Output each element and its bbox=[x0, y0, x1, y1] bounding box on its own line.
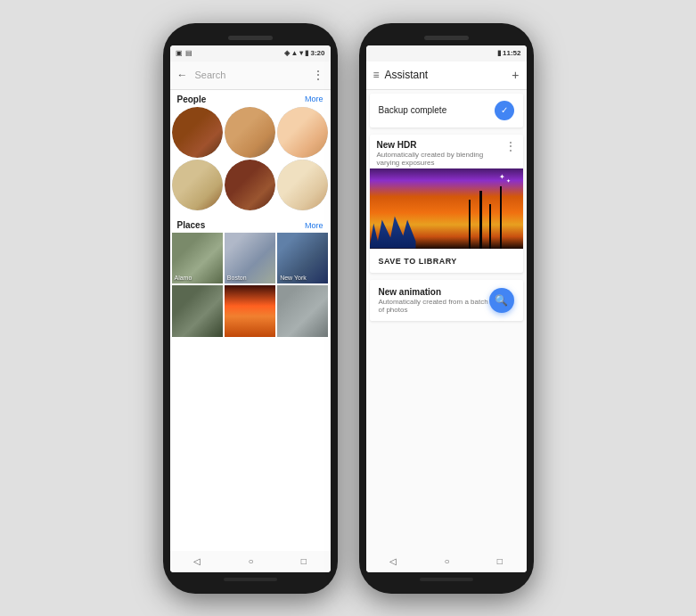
left-phone: ▣ ▤ ◈ ▲ ▾ ▮ 3:20 ← Search ⋮ People bbox=[163, 23, 338, 594]
home-nav-button[interactable]: ○ bbox=[248, 556, 253, 566]
hdr-card-header: New HDR Automatically created by blendin… bbox=[370, 135, 523, 168]
battery-icon: ▮ bbox=[305, 49, 308, 57]
person-1[interactable] bbox=[172, 107, 223, 158]
places-more-button[interactable]: More bbox=[305, 221, 323, 230]
wifi-icon: ▾ bbox=[299, 49, 303, 57]
star-1: ✦ bbox=[499, 173, 505, 181]
signal-icon: ▲ bbox=[291, 49, 299, 57]
people-title: People bbox=[177, 94, 207, 104]
right-back-nav-button[interactable]: ◁ bbox=[389, 556, 397, 566]
place-alamo-label: Alamo bbox=[175, 275, 192, 281]
palm-tree-1 bbox=[469, 200, 471, 249]
places-section-header: Places More bbox=[170, 216, 331, 233]
back-button[interactable]: ← bbox=[177, 69, 188, 81]
people-section-header: People More bbox=[170, 90, 331, 107]
animation-subtitle: Automatically created from a batch of ph… bbox=[379, 298, 489, 314]
place-boston-label: Boston bbox=[227, 275, 247, 281]
palm-tree-3 bbox=[489, 204, 491, 249]
right-phone: ▮ 11:52 ≡ Assistant + Backup complete ✓ bbox=[359, 23, 534, 594]
palm-tree-4 bbox=[500, 186, 502, 249]
search-fab-button[interactable]: 🔍 bbox=[489, 288, 514, 313]
animation-title: New animation bbox=[379, 287, 489, 297]
left-phone-bottom bbox=[224, 578, 277, 581]
right-nav-buttons: ◁ ○ □ bbox=[366, 551, 527, 572]
add-button[interactable]: + bbox=[512, 68, 519, 82]
hdr-menu-icon[interactable]: ⋮ bbox=[505, 140, 516, 152]
right-recents-nav-button[interactable]: □ bbox=[497, 556, 503, 566]
right-bottom-bar bbox=[420, 578, 473, 581]
assistant-title: Assistant bbox=[385, 69, 429, 81]
bottom-bar bbox=[224, 578, 277, 581]
assistant-header: ≡ Assistant + bbox=[366, 62, 527, 90]
person-6[interactable] bbox=[277, 160, 328, 210]
search-title: Search bbox=[195, 70, 226, 80]
person-4[interactable] bbox=[172, 160, 223, 210]
palm-tree-2 bbox=[479, 191, 482, 249]
save-to-library-button[interactable]: SAVE TO LIBRARY bbox=[370, 249, 523, 273]
right-phone-screen: ▮ 11:52 ≡ Assistant + Backup complete ✓ bbox=[366, 45, 527, 572]
backup-check-icon: ✓ bbox=[495, 101, 514, 120]
star-2: ✦ bbox=[506, 177, 511, 184]
place-newyork-label: New York bbox=[280, 275, 307, 281]
data-icon: ▤ bbox=[185, 49, 192, 57]
place-6[interactable] bbox=[277, 285, 328, 336]
back-nav-button[interactable]: ◁ bbox=[193, 556, 201, 566]
left-nav-buttons: ◁ ○ □ bbox=[170, 551, 331, 572]
vibrate-icon: ◈ bbox=[284, 49, 290, 57]
person-5[interactable] bbox=[225, 160, 275, 210]
place-4[interactable] bbox=[172, 285, 223, 336]
person-3[interactable] bbox=[277, 107, 328, 158]
right-battery-icon: ▮ bbox=[497, 49, 501, 57]
people-grid bbox=[170, 107, 331, 211]
right-home-nav-button[interactable]: ○ bbox=[444, 556, 449, 566]
backup-card[interactable]: Backup complete ✓ bbox=[370, 94, 523, 127]
place-newyork[interactable]: New York bbox=[277, 233, 328, 283]
menu-icon[interactable]: ⋮ bbox=[313, 69, 323, 81]
right-time-display: 11:52 bbox=[503, 49, 520, 57]
backup-text: Backup complete bbox=[379, 105, 447, 115]
right-phone-speaker bbox=[424, 36, 469, 40]
place-5[interactable] bbox=[225, 285, 275, 336]
hdr-title: New HDR bbox=[377, 140, 505, 150]
animation-card[interactable]: New animation Automatically created from… bbox=[370, 280, 523, 321]
hdr-subtitle: Automatically created by blending varyin… bbox=[377, 151, 505, 167]
left-phone-speaker bbox=[228, 36, 273, 40]
right-phone-bottom bbox=[420, 578, 473, 581]
hdr-image: ✦ ✦ bbox=[370, 168, 523, 249]
place-boston[interactable]: Boston bbox=[225, 233, 275, 283]
right-main-content: Backup complete ✓ New HDR Automatically … bbox=[366, 90, 527, 551]
left-main-content: People More bbox=[170, 90, 331, 551]
hdr-card[interactable]: New HDR Automatically created by blendin… bbox=[370, 135, 523, 273]
left-status-bar: ▣ ▤ ◈ ▲ ▾ ▮ 3:20 bbox=[170, 45, 331, 62]
recents-nav-button[interactable]: □ bbox=[301, 556, 307, 566]
search-fab-icon: 🔍 bbox=[495, 294, 508, 307]
left-phone-screen: ▣ ▤ ◈ ▲ ▾ ▮ 3:20 ← Search ⋮ People bbox=[170, 45, 331, 572]
places-grid: Alamo Boston New York bbox=[170, 233, 331, 337]
right-status-bar: ▮ 11:52 bbox=[366, 45, 527, 62]
person-2[interactable] bbox=[225, 107, 275, 158]
search-nav-bar: ← Search ⋮ bbox=[170, 62, 331, 90]
time-display: 3:20 bbox=[310, 49, 324, 57]
places-title: Places bbox=[177, 220, 206, 230]
people-more-button[interactable]: More bbox=[305, 94, 323, 103]
hamburger-menu-icon[interactable]: ≡ bbox=[373, 69, 380, 81]
animation-text-block: New animation Automatically created from… bbox=[379, 287, 489, 314]
sim-icon: ▣ bbox=[176, 49, 183, 57]
place-alamo[interactable]: Alamo bbox=[172, 233, 223, 283]
